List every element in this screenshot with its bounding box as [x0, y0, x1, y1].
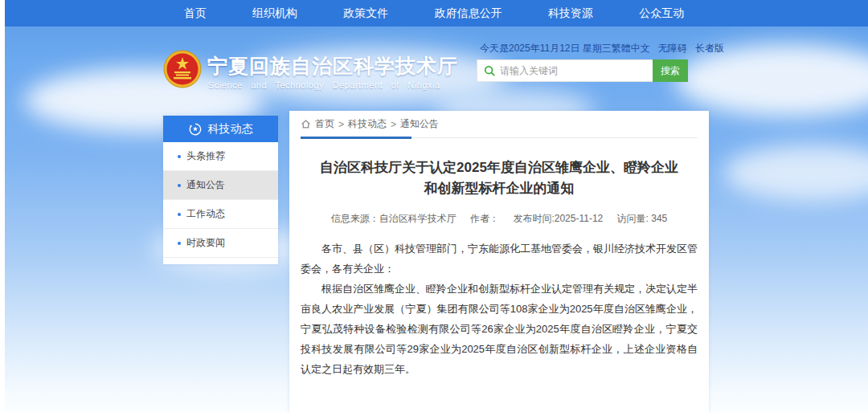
- bullet-dot-icon: [178, 184, 181, 187]
- article-title-line2: 和创新型标杆企业的通知: [301, 178, 698, 199]
- sidebar-item-label: 工作动态: [186, 207, 225, 221]
- breadcrumb-tech-news[interactable]: 科技动态: [348, 117, 387, 131]
- national-emblem-logo: [163, 50, 202, 88]
- top-navigation-bar: 首页 组织机构 政策文件 政府信息公开 科技资源 公众互动: [5, 0, 868, 27]
- article-paragraph: 各市、县（区）科技管理部门，宁东能源化工基地管委会，银川经济技术开发区管委会，各…: [301, 239, 698, 279]
- breadcrumb-separator: >: [391, 119, 396, 130]
- meta-visit-count: 访问量: 345: [617, 213, 668, 224]
- bullet-dot-icon: [178, 213, 181, 216]
- sidebar-footer-spacer: [163, 258, 278, 264]
- breadcrumb-separator: >: [338, 119, 344, 130]
- sidebar-item-label: 通知公告: [186, 178, 225, 192]
- breadcrumb-notices[interactable]: 通知公告: [400, 117, 439, 131]
- meta-source: 信息来源：自治区科学技术厅: [331, 213, 457, 224]
- sidebar-item-headline-recommend[interactable]: 头条推荐: [163, 142, 278, 171]
- meta-publish-time: 发布时间:2025-11-12: [513, 213, 603, 224]
- main-content-panel: 首页 > 科技动态 > 通知公告 自治区科技厅关于认定2025年度自治区雏鹰企业…: [289, 111, 709, 412]
- home-icon: [301, 119, 311, 129]
- site-title: 宁夏回族自治区科学技术厅: [207, 53, 473, 80]
- sidebar-item-work-news[interactable]: 工作动态: [163, 200, 278, 229]
- link-elder-version[interactable]: 长者版: [695, 42, 724, 55]
- sidebar-item-current-politics[interactable]: 时政要闻: [163, 229, 278, 258]
- bullet-dot-icon: [178, 242, 181, 245]
- header-meta-row: 今天是2025年11月12日 星期三 繁體中文 无障碍 长者版: [480, 42, 703, 55]
- link-traditional-chinese[interactable]: 繁體中文: [612, 42, 650, 55]
- circular-star-icon: [189, 123, 202, 136]
- search-box: [477, 59, 653, 82]
- sidebar-item-label: 时政要闻: [186, 236, 225, 250]
- article-title: 自治区科技厅关于认定2025年度自治区雏鹰企业、瞪羚企业 和创新型标杆企业的通知: [301, 157, 698, 199]
- search-bar: 搜索: [477, 59, 688, 82]
- nav-item-organization[interactable]: 组织机构: [252, 6, 297, 21]
- nav-item-policy-documents[interactable]: 政策文件: [343, 6, 388, 21]
- sidebar-tech-news: 科技动态 头条推荐 通知公告 工作动态 时政要闻: [163, 116, 278, 264]
- sidebar-item-label: 头条推荐: [186, 149, 225, 163]
- nav-item-public-interaction[interactable]: 公众互动: [639, 6, 684, 21]
- top-navigation-items: 首页 组织机构 政策文件 政府信息公开 科技资源 公众互动: [161, 0, 707, 27]
- sidebar-item-notices[interactable]: 通知公告: [163, 171, 278, 200]
- search-button[interactable]: 搜索: [653, 59, 688, 82]
- sidebar-header: 科技动态: [163, 116, 278, 142]
- nav-item-tech-resources[interactable]: 科技资源: [548, 6, 593, 21]
- breadcrumb: 首页 > 科技动态 > 通知公告: [301, 111, 698, 138]
- article-paragraph: 根据自治区雏鹰企业、瞪羚企业和创新型标杆企业认定管理有关规定，决定认定半亩良人农…: [301, 279, 698, 379]
- search-icon: [484, 65, 495, 76]
- site-subtitle-english: Science and Technology Department of Nin…: [208, 80, 473, 90]
- article-title-line1: 自治区科技厅关于认定2025年度自治区雏鹰企业、瞪羚企业: [301, 157, 698, 178]
- bullet-dot-icon: [178, 155, 181, 158]
- today-date-text: 今天是2025年11月12日 星期三: [480, 42, 612, 55]
- nav-item-home[interactable]: 首页: [184, 6, 207, 21]
- quick-links: 繁體中文 无障碍 长者版: [612, 42, 724, 55]
- article-meta: 信息来源：自治区科学技术厅 作者： 发布时间:2025-11-12 访问量: 3…: [301, 212, 698, 226]
- nav-item-gov-info-disclosure[interactable]: 政府信息公开: [435, 6, 502, 21]
- link-accessibility[interactable]: 无障碍: [658, 42, 687, 55]
- article-body: 各市、县（区）科技管理部门，宁东能源化工基地管委会，银川经济技术开发区管委会，各…: [301, 239, 698, 379]
- breadcrumb-home[interactable]: 首页: [315, 117, 334, 131]
- sidebar-title: 科技动态: [208, 122, 253, 137]
- cloud-decoration: [675, 44, 868, 116]
- cloud-decoration: [723, 145, 868, 201]
- page-left-margin: [0, 0, 5, 412]
- meta-author: 作者：: [470, 213, 499, 224]
- search-input[interactable]: [500, 65, 646, 76]
